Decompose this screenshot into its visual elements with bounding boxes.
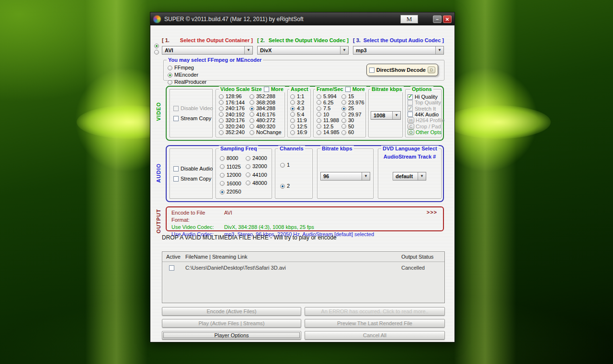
radio-option[interactable]: 5.994 xyxy=(317,94,341,99)
play-button[interactable]: Play (Active Files | Streams) xyxy=(162,319,301,328)
radio-option[interactable]: 22050 xyxy=(220,189,245,194)
radio-option[interactable]: 23.976 xyxy=(341,100,364,105)
directshow-d-button[interactable]: D xyxy=(428,67,435,73)
radio-option[interactable]: 6.25 xyxy=(317,100,341,105)
radio-option[interactable]: 384:288 xyxy=(250,106,283,111)
audio-stream-copy-checkbox[interactable]: Stream Copy xyxy=(173,176,212,182)
chevron-down-icon[interactable]: ▼ xyxy=(392,112,400,119)
chevron-down-icon[interactable]: ▼ xyxy=(340,46,348,54)
radio-option[interactable]: 416:176 xyxy=(250,112,283,117)
radio-option[interactable]: 320:240 xyxy=(219,124,249,129)
radio-option[interactable]: 368:208 xyxy=(250,100,283,105)
radio-option[interactable]: 44100 xyxy=(246,172,271,178)
radio-option[interactable]: 352:240 xyxy=(219,130,249,135)
radio-option[interactable]: 5:4 xyxy=(290,112,309,117)
checkbox-option[interactable]: Stretch It xyxy=(408,106,440,112)
radio-option[interactable]: 50 xyxy=(341,124,364,129)
radio-option[interactable]: 60 xyxy=(341,130,364,135)
disable-audio-checkbox[interactable]: Disable Audio xyxy=(173,166,212,171)
radio-option[interactable]: 480:272 xyxy=(250,118,283,123)
container-mode-radio-top[interactable] xyxy=(154,44,159,48)
radio-option[interactable]: 1 xyxy=(280,162,310,168)
checkbox-option[interactable]: 44K Audio xyxy=(408,112,440,117)
container-select[interactable]: AVI ▼ xyxy=(162,46,253,55)
radio-option[interactable]: 10 xyxy=(317,112,341,117)
radio-option[interactable]: 12.5 xyxy=(317,124,341,129)
fps-more-checkbox[interactable] xyxy=(345,87,351,92)
chevron-down-icon[interactable]: ▼ xyxy=(244,46,252,54)
radio-option[interactable]: 24000 xyxy=(246,156,271,161)
radio-option[interactable]: 176:144 xyxy=(219,100,249,105)
video-codec-select[interactable]: DivX ▼ xyxy=(257,46,349,55)
radio-option[interactable]: 128:96 xyxy=(219,94,249,99)
close-button[interactable]: ✕ xyxy=(443,15,452,23)
file-active-checkbox[interactable] xyxy=(169,265,174,271)
menu-button[interactable]: M xyxy=(400,15,418,23)
radio-option[interactable]: 3:2 xyxy=(290,100,309,105)
audio-codec-select[interactable]: mp3 ▼ xyxy=(353,46,444,55)
radio-option[interactable]: NoChange xyxy=(250,130,283,135)
framerate-group: Frame/SecMore 5.9946.257.51011.98812.514… xyxy=(313,89,366,137)
radio-option[interactable]: 48000 xyxy=(246,181,271,186)
audio-bitrate-select[interactable]: 96 ▼ xyxy=(320,172,370,181)
radio-option[interactable]: 29.97 xyxy=(341,112,364,117)
disable-video-checkbox[interactable]: Disable Video xyxy=(173,105,212,111)
radio-icon xyxy=(250,106,254,111)
file-list[interactable]: Active FileName | Streaming Link Output … xyxy=(162,251,445,303)
radio-option[interactable]: 12000 xyxy=(220,172,245,178)
file-list-row[interactable]: C:\Users\Daniel\Desktop\Test\Safari 3D.a… xyxy=(162,262,444,273)
radio-option[interactable]: 25 xyxy=(341,106,364,111)
video-stream-copy-checkbox[interactable]: Stream Copy xyxy=(173,115,212,121)
preview-button[interactable]: Preview The Last Rendered File xyxy=(305,319,445,328)
radio-option[interactable]: 7.5 xyxy=(317,106,341,111)
error-message-button[interactable]: An ERROR has occurred. Click to read mor… xyxy=(305,307,445,316)
radio-option[interactable]: 30 xyxy=(341,118,364,123)
chevron-down-icon[interactable]: ▼ xyxy=(418,172,426,180)
radio-option[interactable]: 16:9 xyxy=(290,130,309,135)
radio-option[interactable]: 2 xyxy=(280,183,310,189)
radio-option[interactable]: 320:176 xyxy=(219,118,249,123)
radio-option[interactable]: 240:176 xyxy=(219,106,249,111)
radio-option[interactable]: FFmpeg xyxy=(168,65,206,70)
radio-option[interactable]: 32000 xyxy=(246,164,271,169)
video-section: Disable Video Stream Copy Video Scale Si… xyxy=(166,86,444,141)
radio-option[interactable]: MEncoder xyxy=(168,72,206,78)
radio-icon xyxy=(280,163,285,168)
video-bitrate-select[interactable]: 1008 ▼ xyxy=(371,111,401,120)
checkbox-option[interactable]: Hi Quality xyxy=(408,94,440,100)
title-bar[interactable]: SUPER © v2011.build.47 (Mar 12, 2011) by… xyxy=(150,12,454,25)
container-mode-radio-bottom[interactable] xyxy=(154,50,159,55)
audio-section: Disable Audio Stream Copy Sampling Freq … xyxy=(166,145,444,202)
radio-option[interactable]: 11025 xyxy=(220,164,245,170)
option-button[interactable]: OOther Opts xyxy=(408,129,440,135)
chevron-down-icon[interactable]: ▼ xyxy=(435,46,443,54)
checkbox-option[interactable]: Top Quality xyxy=(408,100,440,105)
radio-icon xyxy=(220,190,225,194)
radio-option[interactable]: 11:9 xyxy=(290,118,309,123)
radio-option[interactable]: 11.988 xyxy=(317,118,341,123)
output-more-arrow[interactable]: >>> xyxy=(427,209,437,215)
radio-option[interactable]: 352:288 xyxy=(250,94,283,99)
radio-option[interactable]: 14.985 xyxy=(317,130,341,135)
player-options-button[interactable]: Player Options xyxy=(162,331,301,340)
directshow-checkbox[interactable] xyxy=(369,68,375,73)
radio-option[interactable]: 240:192 xyxy=(219,112,249,117)
directshow-decode-button[interactable]: DirectShow Decode D xyxy=(366,64,438,76)
radio-option[interactable]: 12:5 xyxy=(290,124,309,129)
minimize-button[interactable]: – xyxy=(433,15,442,23)
radio-icon xyxy=(168,66,172,70)
drop-zone-hint[interactable]: DROP A VALID MULTIMEDIA FILE HERE - Will… xyxy=(162,234,337,241)
checkbox-icon xyxy=(408,100,413,105)
radio-option[interactable]: 8000 xyxy=(220,156,245,161)
radio-option[interactable]: 480:320 xyxy=(250,124,283,129)
radio-option[interactable]: RealProducer xyxy=(168,80,206,85)
radio-option[interactable]: 15 xyxy=(341,94,364,99)
cancel-all-button[interactable]: Cancel All xyxy=(305,331,445,340)
radio-option[interactable]: 16000 xyxy=(220,181,245,186)
encode-button[interactable]: Encode (Active Files) xyxy=(162,307,301,316)
radio-option[interactable]: 1:1 xyxy=(290,94,309,99)
chevron-down-icon[interactable]: ▼ xyxy=(362,172,370,180)
radio-option[interactable]: 4:3 xyxy=(290,106,309,111)
dvd-language-select[interactable]: default ▼ xyxy=(393,172,426,181)
scale-more-checkbox[interactable] xyxy=(264,87,269,92)
